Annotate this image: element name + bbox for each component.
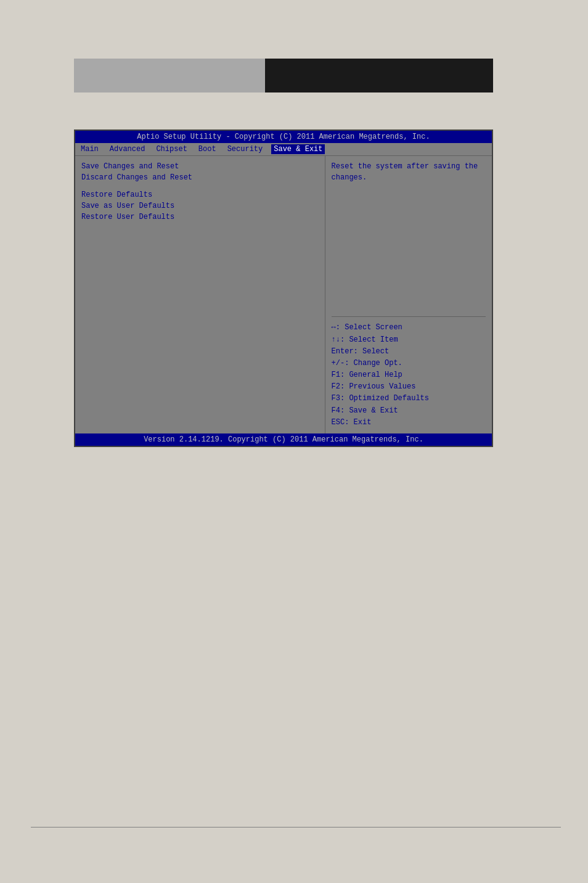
help-line-4: +/-: Change Opt.	[332, 358, 486, 369]
help-line-2: ↑↓: Select Item	[332, 334, 486, 346]
bottom-rule	[31, 827, 561, 828]
help-line-5: F1: General Help	[332, 369, 486, 381]
menu-item-advanced[interactable]: Advanced	[107, 144, 148, 154]
help-line-6: F2: Previous Values	[332, 381, 486, 393]
top-bar-left	[74, 59, 265, 92]
bios-divider	[332, 316, 486, 317]
menu-item-save-exit[interactable]: Save & Exit	[271, 144, 325, 154]
bios-menu-bar: Main Advanced Chipset Boot Security Save…	[75, 143, 492, 156]
bios-window: Aptio Setup Utility - Copyright (C) 2011…	[74, 129, 493, 447]
help-line-3: Enter: Select	[332, 346, 486, 358]
bios-title-text: Aptio Setup Utility - Copyright (C) 2011…	[137, 133, 430, 141]
bios-description: Reset the system after saving the change…	[332, 161, 486, 311]
help-line-1: ↔: Select Screen	[332, 322, 486, 334]
spacer-1	[81, 183, 319, 189]
bios-help-text: ↔: Select Screen ↑↓: Select Item Enter: …	[332, 322, 486, 429]
bios-footer-text: Version 2.14.1219. Copyright (C) 2011 Am…	[144, 435, 423, 444]
bios-content: Save Changes and Reset Discard Changes a…	[75, 156, 492, 433]
option-restore-defaults[interactable]: Restore Defaults	[81, 189, 319, 200]
menu-item-main[interactable]: Main	[78, 144, 101, 154]
option-discard-changes-reset[interactable]: Discard Changes and Reset	[81, 172, 319, 183]
bios-title-bar: Aptio Setup Utility - Copyright (C) 2011…	[75, 131, 492, 143]
help-line-9: ESC: Exit	[332, 417, 486, 429]
help-line-7: F3: Optimized Defaults	[332, 393, 486, 405]
menu-item-boot[interactable]: Boot	[196, 144, 219, 154]
bios-footer: Version 2.14.1219. Copyright (C) 2011 Am…	[75, 433, 492, 446]
bios-right-panel: Reset the system after saving the change…	[325, 156, 492, 433]
help-line-8: F4: Save & Exit	[332, 405, 486, 417]
top-bar-right	[265, 59, 493, 92]
option-save-user-defaults[interactable]: Save as User Defaults	[81, 200, 319, 212]
option-restore-user-defaults[interactable]: Restore User Defaults	[81, 212, 319, 223]
bios-left-panel: Save Changes and Reset Discard Changes a…	[75, 156, 325, 433]
menu-item-security[interactable]: Security	[225, 144, 266, 154]
top-bars	[74, 59, 493, 92]
menu-item-chipset[interactable]: Chipset	[153, 144, 189, 154]
option-save-changes-reset[interactable]: Save Changes and Reset	[81, 161, 319, 172]
